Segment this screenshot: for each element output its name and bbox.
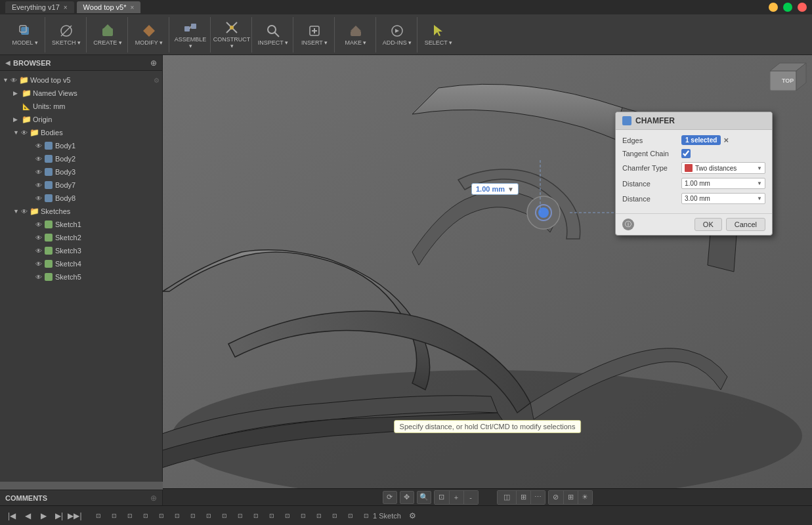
chamfer-edges-clear-button[interactable]: × <box>723 135 729 145</box>
timeline-btn-9[interactable]: ⊡ <box>218 509 231 522</box>
maximize-button[interactable] <box>783 3 792 12</box>
browser-collapse-arrow[interactable]: ◀ <box>5 59 11 66</box>
timeline-btn-8[interactable]: ⊡ <box>202 509 215 522</box>
last-frame-button[interactable]: ▶▶| <box>68 509 81 522</box>
tree-item-sketch5[interactable]: ▶ 👁 Sketch5 <box>0 270 162 284</box>
modify-btn[interactable]: MODIFY ▾ <box>133 19 165 51</box>
timeline-btn-16[interactable]: ⊡ <box>328 509 341 522</box>
insert-btn[interactable]: INSERT ▾ <box>299 19 330 51</box>
chamfer-dist2-input[interactable]: 3.00 mm ▼ <box>681 193 765 204</box>
timeline-btn-17[interactable]: ⊡ <box>344 509 357 522</box>
pan-button[interactable]: ✥ <box>400 491 414 504</box>
orbit-button[interactable]: ⟳ <box>383 491 397 504</box>
eye-icon-body1[interactable]: 👁 <box>35 142 42 150</box>
eye-icon-sketches[interactable]: 👁 <box>21 208 28 215</box>
eye-icon-sketch5[interactable]: 👁 <box>35 274 42 281</box>
first-frame-button[interactable]: |◀ <box>5 509 18 522</box>
tree-item-units[interactable]: ▶ 📐 Units: mm <box>0 100 162 113</box>
eye-icon-sketch2[interactable]: 👁 <box>35 234 42 242</box>
tree-item-root[interactable]: ▼ 👁 📁 Wood top v5 ⚙ <box>0 74 162 87</box>
tab-woodtop[interactable]: Wood top v5* × <box>77 1 141 13</box>
tab-everything[interactable]: Everything v17 × <box>5 1 74 13</box>
chamfer-ok-button[interactable]: OK <box>694 218 722 231</box>
tree-item-body8[interactable]: ▶ 👁 Body8 <box>0 192 162 205</box>
tree-item-bodies[interactable]: ▼ 👁 📁 Bodies <box>0 126 162 139</box>
tree-item-body2[interactable]: ▶ 👁 Body2 <box>0 152 162 165</box>
eye-icon-body2[interactable]: 👁 <box>35 156 42 163</box>
eye-icon-body7[interactable]: 👁 <box>35 182 42 189</box>
eye-icon-sketch1[interactable]: 👁 <box>35 221 42 228</box>
tree-item-origin[interactable]: ▶ 📁 Origin <box>0 113 162 126</box>
display-settings-button[interactable]: ⋯ <box>530 491 545 504</box>
construct-btn[interactable]: CONSTRUCT ▾ <box>216 19 247 51</box>
timeline-btn-15[interactable]: ⊡ <box>312 509 326 522</box>
select-btn[interactable]: SELECT ▾ <box>423 19 454 51</box>
dimension-input[interactable]: 1.00 mm ▼ <box>471 183 519 195</box>
tree-settings-icon[interactable]: ⚙ <box>154 77 160 84</box>
timeline-btn-6[interactable]: ⊡ <box>171 509 184 522</box>
chamfer-dist1-input[interactable]: 1.00 mm ▼ <box>681 178 765 189</box>
chamfer-info-button[interactable]: ⓘ <box>622 219 634 230</box>
timeline-btn-5[interactable]: ⊡ <box>155 509 168 522</box>
settings-icon-button[interactable]: ⚙ <box>406 509 419 522</box>
tree-item-body7[interactable]: ▶ 👁 Body7 <box>0 178 162 192</box>
tree-item-sketch4[interactable]: ▶ 👁 Sketch4 <box>0 257 162 270</box>
model-button[interactable]: MODEL ▾ <box>9 19 41 51</box>
fit-button[interactable]: ⊡ <box>435 491 449 504</box>
timeline-btn-13[interactable]: ⊡ <box>281 509 294 522</box>
timeline-btn-3[interactable]: ⊡ <box>123 509 137 522</box>
shaded-button[interactable]: ◫ <box>498 491 516 504</box>
tab-everything-close[interactable]: × <box>64 4 68 11</box>
sketch-tool-btn[interactable]: SKETCH ▾ <box>51 19 82 51</box>
eye-icon-body3[interactable]: 👁 <box>35 169 42 176</box>
create-btn[interactable]: CREATE ▾ <box>92 19 123 51</box>
assemble-btn[interactable]: ASSEMBLE ▾ <box>175 19 206 51</box>
make-btn[interactable]: MAKE ▾ <box>340 19 372 51</box>
tree-item-sketches[interactable]: ▼ 👁 📁 Sketches <box>0 205 162 218</box>
dimension-dropdown-arrow[interactable]: ▼ <box>507 186 514 193</box>
close-button[interactable] <box>798 3 807 12</box>
next-frame-button[interactable]: ▶| <box>53 509 66 522</box>
timeline-btn-1[interactable]: ⊡ <box>92 509 105 522</box>
wireframe-button[interactable]: ⊞ <box>516 491 530 504</box>
addins-btn[interactable]: ADD-INS ▾ <box>381 19 413 51</box>
inspect-btn[interactable]: INSPECT ▾ <box>257 19 289 51</box>
timeline-btn-2[interactable]: ⊡ <box>108 509 121 522</box>
perspective-button[interactable]: ⊘ <box>549 491 563 504</box>
tree-item-sketch3[interactable]: ▶ 👁 Sketch3 <box>0 244 162 257</box>
chamfer-tangent-checkbox[interactable] <box>681 149 691 158</box>
eye-icon-bodies[interactable]: 👁 <box>21 129 28 136</box>
timeline-btn-7[interactable]: ⊡ <box>186 509 200 522</box>
zoom-in-button[interactable]: + <box>449 491 463 504</box>
eye-icon-sketch3[interactable]: 👁 <box>35 247 42 255</box>
grid-button[interactable]: ⊞ <box>563 491 578 504</box>
minimize-button[interactable] <box>769 3 778 12</box>
environment-button[interactable]: ☀ <box>578 491 592 504</box>
browser-pin-icon[interactable]: ⊕ <box>150 58 157 68</box>
chamfer-edges-badge[interactable]: 1 selected <box>681 135 721 145</box>
zoom-button[interactable]: 🔍 <box>417 491 431 504</box>
prev-frame-button[interactable]: ◀ <box>21 509 34 522</box>
chamfer-type-select[interactable]: Two distances ▼ <box>681 162 765 174</box>
timeline-btn-12[interactable]: ⊡ <box>265 509 278 522</box>
tab-woodtop-close[interactable]: × <box>130 4 134 11</box>
tree-item-body1[interactable]: ▶ 👁 Body1 <box>0 139 162 152</box>
tree-item-sketch1[interactable]: ▶ 👁 Sketch1 <box>0 218 162 231</box>
tree-item-sketch2[interactable]: ▶ 👁 Sketch2 <box>0 231 162 244</box>
timeline-btn-14[interactable]: ⊡ <box>297 509 310 522</box>
timeline-btn-10[interactable]: ⊡ <box>234 509 247 522</box>
viewcube-svg[interactable]: TOP <box>763 58 809 104</box>
eye-icon-sketch4[interactable]: 👁 <box>35 261 42 268</box>
eye-icon-body8[interactable]: 👁 <box>35 195 42 202</box>
eye-icon-root[interactable]: 👁 <box>11 77 17 84</box>
comments-pin-icon[interactable]: ⊕ <box>150 494 157 503</box>
tree-item-body3[interactable]: ▶ 👁 Body3 <box>0 165 162 178</box>
chamfer-cancel-button[interactable]: Cancel <box>726 218 765 231</box>
zoom-out-button[interactable]: - <box>463 491 478 504</box>
tree-item-named-views[interactable]: ▶ 📁 Named Views <box>0 87 162 100</box>
timeline-btn-4[interactable]: ⊡ <box>139 509 152 522</box>
timeline-btn-18[interactable]: ⊡ <box>360 509 373 522</box>
viewcube[interactable]: TOP <box>763 58 809 104</box>
play-button[interactable]: ▶ <box>37 509 50 522</box>
timeline-btn-11[interactable]: ⊡ <box>249 509 263 522</box>
